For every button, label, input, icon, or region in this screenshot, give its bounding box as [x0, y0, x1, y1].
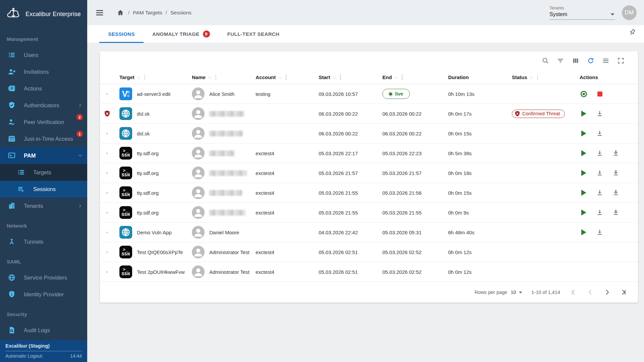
sort-icon[interactable]: ↑↓	[278, 75, 281, 80]
sidebar-item-service-providers[interactable]: Service Providers	[0, 269, 87, 286]
web-target-icon	[119, 107, 132, 120]
column-header-account[interactable]: Account↑↓	[250, 74, 313, 80]
sidebar-item-tenants[interactable]: Tenants	[0, 197, 87, 214]
stop-button[interactable]	[596, 90, 604, 98]
sidebar-item-invitations[interactable]: Invitations	[0, 63, 87, 80]
column-menu-icon[interactable]	[537, 75, 538, 80]
column-header-end[interactable]: End↑↓	[377, 74, 443, 80]
start-value: 05.03.2026 21:55	[319, 210, 358, 216]
download-alt-button[interactable]	[612, 149, 620, 157]
search-icon[interactable]	[542, 57, 550, 65]
sidebar-item-authenticators[interactable]: Authenticators	[0, 97, 87, 114]
download-button[interactable]	[596, 149, 604, 157]
sidebar-item-label: Authenticators	[24, 102, 59, 109]
sidebar-item-users[interactable]: Users	[0, 47, 87, 63]
column-header-name[interactable]: Name↑↓	[186, 74, 250, 80]
tab-full-text-search[interactable]: FULL-TEXT SEARCH	[219, 25, 288, 43]
fullscreen-icon[interactable]	[617, 57, 625, 65]
sidebar-item-tunnels[interactable]: Tunnels	[0, 233, 87, 250]
download-button[interactable]	[596, 129, 604, 137]
tab-anomaly-triage[interactable]: ANOMALY TRIAGE9	[144, 25, 219, 43]
column-header-label: End	[382, 74, 392, 80]
sidebar-nav: ManagementUsersInvitationsActionsAuthent…	[0, 27, 87, 339]
start-value: 06.03.2026 00:22	[319, 131, 358, 136]
columns-icon[interactable]	[572, 57, 580, 65]
avatar-person-icon	[192, 186, 205, 199]
sort-icon[interactable]: ↑↓	[137, 75, 140, 80]
duration-value: 0h 0m 17s	[448, 111, 472, 117]
name-cell	[186, 107, 250, 120]
play-button[interactable]	[580, 208, 588, 217]
end-value: 05.03.2026 05:31	[382, 230, 422, 235]
download-button[interactable]	[596, 208, 604, 217]
download-button[interactable]	[596, 189, 604, 197]
sort-icon[interactable]: ↑↓	[394, 75, 397, 80]
rows-per-page-select[interactable]: 10	[511, 290, 522, 295]
tenants-select[interactable]: Tenants System	[549, 6, 615, 20]
play-button[interactable]	[580, 228, 588, 236]
environment-label: Excalibur (Staging)	[5, 343, 82, 349]
push-pin-icon[interactable]	[625, 30, 633, 38]
sidebar-item-label: Users	[24, 52, 38, 58]
sort-icon[interactable]: ↑↓	[332, 75, 335, 80]
row-lead-cell	[100, 93, 114, 95]
sidebar-item-identity-provider[interactable]: Identity Provider	[0, 286, 87, 303]
tab-sessions[interactable]: SESSIONS	[99, 25, 144, 43]
breadcrumb-item-pam-targets[interactable]: PAM Targets	[133, 10, 162, 16]
home-icon[interactable]	[117, 9, 124, 16]
menu-icon[interactable]	[95, 8, 104, 17]
sidebar-item-just-in-time-access[interactable]: Just-in-Time Access1	[0, 130, 87, 147]
filter-icon[interactable]	[557, 57, 565, 65]
chevron-down-icon	[77, 153, 83, 158]
end-value: 05.03.2026 02:52	[382, 269, 422, 275]
download-alt-button[interactable]	[612, 208, 620, 217]
column-header-target[interactable]: Target↑↓	[114, 74, 186, 80]
column-menu-icon[interactable]	[215, 75, 217, 80]
sidebar-item-label: Just-in-Time Access	[24, 136, 73, 142]
density-icon[interactable]	[602, 57, 610, 65]
last-page-icon[interactable]	[620, 288, 628, 296]
column-header-status[interactable]: Status↑↓	[506, 74, 570, 80]
column-header-actions: Actions	[570, 74, 638, 80]
view-live-button[interactable]	[580, 90, 588, 98]
column-menu-icon[interactable]	[285, 75, 287, 80]
play-button[interactable]	[580, 189, 588, 197]
sidebar-item-targets[interactable]: Targets	[0, 164, 87, 181]
stop-icon	[597, 92, 602, 97]
play-button[interactable]	[580, 149, 588, 157]
column-header-label: Duration	[448, 74, 469, 80]
row-status-dot	[106, 232, 108, 233]
duration-value: 0h 0m 12s	[448, 249, 472, 255]
target-cell: >_SSHtty.sdf.org	[114, 186, 186, 199]
sort-icon[interactable]: ↑↓	[208, 75, 211, 80]
avatar-person-icon	[192, 127, 205, 140]
download-button[interactable]	[596, 228, 604, 236]
sidebar-item-peer-verification[interactable]: Peer Verification2	[0, 114, 87, 130]
start-value: 05.03.2026 02:51	[319, 249, 358, 255]
column-header-start[interactable]: Start↑↓	[313, 74, 377, 80]
sidebar-item-audit-logs[interactable]: Audit Logs	[0, 322, 87, 339]
breadcrumb-item-sessions[interactable]: Sessions	[170, 10, 192, 16]
sidebar-item-pam[interactable]: PAM	[0, 147, 87, 164]
sort-icon[interactable]: ↑↓	[530, 75, 533, 80]
avatar[interactable]: DM	[622, 5, 637, 20]
play-button[interactable]	[580, 110, 588, 118]
row-status-dot	[106, 271, 108, 273]
column-menu-icon[interactable]	[340, 75, 341, 80]
play-button[interactable]	[580, 169, 588, 177]
download-button[interactable]	[596, 169, 604, 177]
sidebar-item-sessions[interactable]: Sessions	[0, 181, 87, 197]
ssh-target-icon: >_SSH	[119, 167, 132, 179]
download-alt-button[interactable]	[612, 189, 620, 197]
next-page-icon[interactable]	[603, 288, 611, 296]
play-button[interactable]	[580, 129, 588, 137]
download-alt-button[interactable]	[612, 169, 620, 177]
column-menu-icon[interactable]	[144, 75, 146, 80]
sidebar-item-actions[interactable]: Actions	[0, 80, 87, 97]
excalibur-cloud-sword-logo-icon	[6, 7, 21, 21]
sidebar-item-label: Peer Verification	[24, 119, 64, 125]
download-button[interactable]	[596, 110, 604, 118]
refresh-icon[interactable]	[587, 57, 595, 65]
duration-value: 6h 48m 40s	[448, 230, 474, 235]
column-menu-icon[interactable]	[401, 75, 403, 80]
